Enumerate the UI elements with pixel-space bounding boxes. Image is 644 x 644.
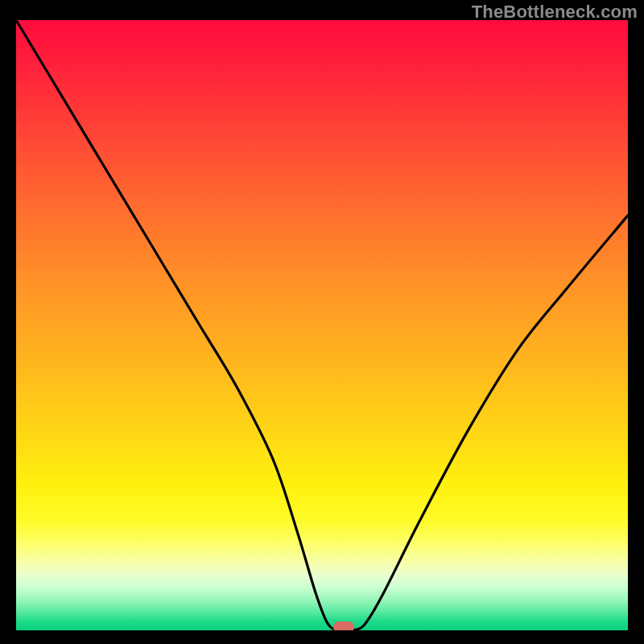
chart-frame: TheBottleneck.com	[0, 0, 644, 644]
watermark-text: TheBottleneck.com	[472, 2, 638, 23]
plot-area	[16, 20, 628, 630]
bottleneck-curve	[16, 20, 628, 630]
optimal-point-marker	[333, 621, 354, 630]
curve-path	[16, 20, 628, 630]
